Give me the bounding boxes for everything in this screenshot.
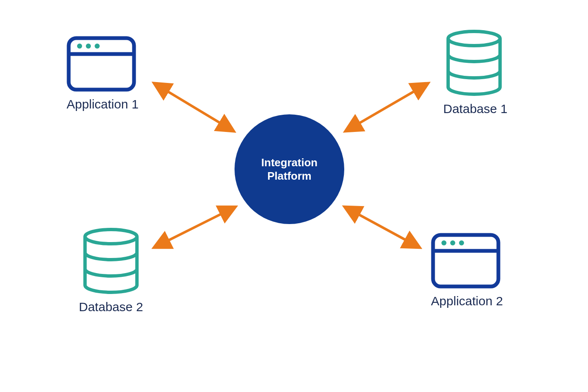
arrow-db2-hub xyxy=(155,207,235,247)
application-2-label: Application 2 xyxy=(425,294,509,308)
svg-point-3 xyxy=(86,44,91,49)
arrow-app1-hub xyxy=(155,84,233,131)
svg-point-10 xyxy=(450,240,455,245)
application-icon xyxy=(431,232,501,289)
node-database-2 xyxy=(82,227,140,294)
svg-point-2 xyxy=(77,44,82,49)
application-1-label: Application 1 xyxy=(63,97,142,111)
svg-point-6 xyxy=(85,230,137,244)
integration-platform-hub: Integration Platform xyxy=(235,114,344,224)
node-database-1 xyxy=(445,29,503,96)
application-icon xyxy=(66,36,137,92)
hub-title: Integration Platform xyxy=(261,156,317,183)
database-icon xyxy=(82,227,140,294)
database-icon xyxy=(445,29,503,96)
svg-point-9 xyxy=(441,240,446,245)
svg-point-5 xyxy=(448,31,500,46)
svg-point-11 xyxy=(459,240,464,245)
database-2-label: Database 2 xyxy=(73,300,149,314)
node-application-1 xyxy=(66,36,137,92)
hub-title-line1: Integration xyxy=(261,156,317,169)
node-application-2 xyxy=(431,232,501,289)
hub-title-line2: Platform xyxy=(267,170,311,182)
svg-point-4 xyxy=(95,44,100,49)
arrow-app2-hub xyxy=(346,207,419,247)
arrow-db1-hub xyxy=(346,84,427,131)
database-1-label: Database 1 xyxy=(438,102,513,116)
